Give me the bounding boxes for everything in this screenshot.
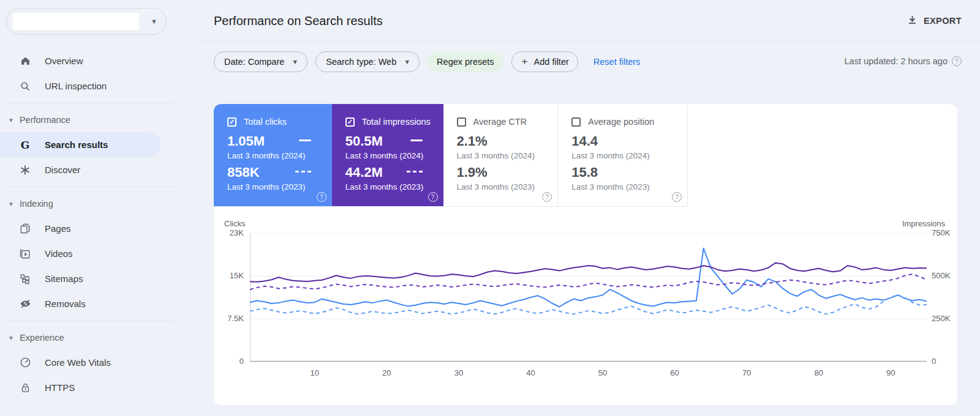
total-clicks-card[interactable]: Total clicks 1.05M Last 3 months (2024) … [214,104,332,206]
add-filter-button[interactable]: + Add filter [511,51,578,72]
help-icon[interactable]: ? [317,192,326,202]
y-axis-tick-right: 750K [932,228,957,237]
metric-value-2023: 1.9% [457,166,488,179]
sidebar-item-label: URL inspection [45,81,107,91]
sidebar-item-sitemaps[interactable]: Sitemaps [0,266,184,291]
total-impressions-checkbox[interactable] [345,117,355,127]
plus-icon: + [522,56,528,68]
sidebar-section-performance[interactable]: ▼ Performance [0,108,184,132]
metric-period: Last 3 months (2024) [571,151,687,160]
x-axis-tick: 50 [590,368,615,377]
sidebar-divider [7,103,175,103]
sidebar-item-https[interactable]: HTTPS [0,375,184,400]
help-icon[interactable]: ? [542,192,552,202]
x-axis-tick: 20 [374,368,399,377]
metric-label: Average CTR [473,117,527,127]
metric-value-2023: 15.8 [571,166,598,179]
metric-value-2024: 2.1% [457,135,488,148]
y-axis-tick-left: 23K [218,228,244,237]
average-position-card[interactable]: Average position 14.4 Last 3 months (202… [557,104,687,206]
home-icon [19,55,31,67]
series-line-sample-solid [410,139,423,141]
average-ctr-card[interactable]: Average CTR 2.1% Last 3 months (2024) 1.… [443,104,558,206]
pages-icon [19,223,31,235]
sidebar-item-label: Core Web Vitals [45,357,111,368]
google-g-icon: G [19,139,31,151]
right-axis-title: Impressions [902,219,945,228]
download-icon [907,15,918,27]
lock-icon [19,382,31,394]
series-line-sample-dashed [407,171,423,173]
metric-value-2023: 44.2M [345,166,383,179]
sidebar-item-label: Pages [45,223,71,234]
sidebar-item-pages[interactable]: Pages [0,216,184,241]
sidebar-item-overview[interactable]: Overview [0,48,184,73]
average-position-checkbox[interactable] [571,117,581,127]
export-button[interactable]: EXPORT [907,15,962,27]
date-filter-chip[interactable]: Date: Compare ▼ [214,51,307,72]
speedometer-icon [19,357,31,369]
metric-label: Average position [588,117,654,127]
metric-period: Last 3 months (2024) [345,151,443,160]
help-icon[interactable]: ? [672,192,682,202]
performance-panel: Total clicks 1.05M Last 3 months (2024) … [214,104,957,405]
help-icon[interactable]: ? [428,192,438,202]
total-impressions-card[interactable]: Total impressions 50.5M Last 3 months (2… [332,104,443,206]
y-axis-tick-right: 250K [932,314,957,323]
x-axis-tick: 70 [734,368,759,377]
metric-period: Last 3 months (2024) [457,151,558,160]
sidebar-section-indexing[interactable]: ▼ Indexing [0,191,184,216]
y-axis-tick-right: 0 [932,357,957,366]
y-axis-tick-left: 7.5K [218,314,244,323]
metric-period: Last 3 months (2023) [345,182,443,191]
average-ctr-checkbox[interactable] [457,117,466,127]
regex-presets-chip[interactable]: Regex presets [428,53,503,72]
series-impressions-solid [250,263,927,282]
metric-label: Total impressions [362,117,431,127]
reset-filters-link[interactable]: Reset filters [594,57,641,67]
chevron-down-icon: ▼ [151,18,157,25]
metric-value-2023: 858K [227,166,260,179]
x-axis-tick: 80 [807,368,831,377]
total-clicks-checkbox[interactable] [227,117,236,127]
property-name-redacted [13,13,139,30]
sidebar-divider [7,187,175,187]
collapse-arrow-icon: ▼ [8,335,14,341]
sidebar-item-label: Videos [45,248,73,259]
x-axis-tick: 30 [447,368,471,377]
sidebar-divider [7,321,175,321]
eye-off-icon [19,298,31,310]
property-selector-dropdown[interactable]: ▼ [6,8,167,35]
y-axis-tick-left: 0 [218,357,244,366]
sidebar-item-search-results[interactable]: G Search results [0,132,161,157]
discover-asterisk-icon [19,164,31,176]
chart-plot-area[interactable] [250,233,927,362]
sidebar-item-label: Discover [45,165,80,175]
last-updated-status: Last updated: 2 hours ago ? [845,56,962,66]
sidebar-item-label: HTTPS [45,382,75,393]
sidebar-section-experience[interactable]: ▼ Experience [0,325,184,350]
sidebar-item-videos[interactable]: Videos [0,241,184,266]
video-icon [19,248,31,260]
metric-label: Total clicks [244,117,287,127]
y-axis-tick-left: 15K [218,271,244,280]
metric-period: Last 3 months (2023) [227,182,332,191]
x-axis-tick: 60 [663,368,687,377]
sidebar-item-core-web-vitals[interactable]: Core Web Vitals [0,350,184,375]
help-icon[interactable]: ? [952,56,962,66]
sidebar-item-discover[interactable]: Discover [0,157,184,182]
series-line-sample-solid [299,139,311,141]
series-line-sample-dashed [295,171,311,173]
search-type-filter-chip[interactable]: Search type: Web ▼ [315,51,420,72]
metric-period: Last 3 months (2023) [457,182,558,191]
metric-value-2024: 14.4 [571,135,598,148]
sidebar: ▼ Overview URL inspection ▼ Performance … [0,0,184,416]
collapse-arrow-icon: ▼ [8,117,14,124]
sidebar-item-url-inspection[interactable]: URL inspection [0,73,184,98]
search-icon [19,80,31,92]
sidebar-item-label: Overview [45,56,83,66]
sidebar-item-removals[interactable]: Removals [0,291,184,316]
performance-chart: Clicks Impressions 23K15K7.5K0 750K500K2… [214,219,957,396]
metric-period: Last 3 months (2023) [571,182,687,191]
x-axis-tick: 10 [303,368,327,377]
